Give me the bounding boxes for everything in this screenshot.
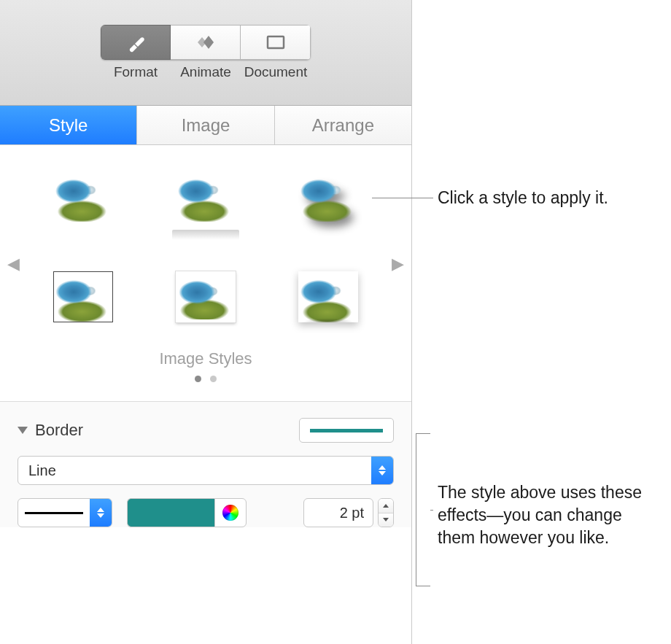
callout-effects: The style above uses these effects—you c… [438, 481, 656, 549]
style-page-dot[interactable] [210, 376, 217, 382]
styles-prev-arrow[interactable]: ◀ [7, 255, 20, 273]
style-page-dot[interactable] [195, 376, 201, 382]
inspector-toolbar: Format Animate Document [0, 0, 411, 106]
image-styles-area: ◀ ▶ Image Styles [0, 145, 411, 389]
border-color-group [127, 498, 247, 527]
border-color-well[interactable] [127, 498, 214, 527]
border-stroke-dropdown[interactable] [18, 498, 112, 527]
color-wheel-icon [222, 505, 238, 521]
border-type-value: Line [18, 462, 371, 479]
border-disclosure[interactable]: Border [18, 421, 83, 440]
stepper-up-button[interactable] [379, 499, 393, 513]
border-section-title: Border [35, 421, 83, 440]
tab-arrange[interactable]: Arrange [275, 106, 411, 144]
border-width-field[interactable] [303, 498, 373, 527]
image-style-thumb[interactable] [295, 163, 362, 230]
image-style-thumb[interactable] [50, 263, 117, 330]
animate-button[interactable] [171, 25, 241, 60]
inspector-segmented-group: Format Animate Document [101, 25, 311, 80]
callout-bracket [416, 433, 430, 586]
diamond-icon [193, 31, 218, 53]
image-style-thumb[interactable] [295, 263, 362, 330]
inspector-panel: Format Animate Document Style Image Arra… [0, 0, 412, 644]
disclosure-triangle-icon [18, 427, 28, 434]
callout-leader-line [372, 198, 433, 198]
border-section: Border Line [0, 401, 411, 527]
tab-image[interactable]: Image [137, 106, 274, 144]
document-label: Document [241, 64, 311, 80]
inspector-tabs: Style Image Arrange [0, 106, 411, 145]
color-picker-button[interactable] [214, 498, 247, 527]
svg-rect-0 [268, 36, 284, 48]
image-style-thumb[interactable] [172, 263, 239, 330]
document-button[interactable] [241, 25, 311, 60]
tab-style[interactable]: Style [0, 106, 137, 144]
rectangle-icon [265, 34, 287, 51]
format-button[interactable] [101, 25, 171, 60]
stepper-arrows-icon [371, 457, 393, 484]
paintbrush-icon [125, 31, 147, 53]
stepper-down-button[interactable] [379, 513, 393, 527]
animate-label: Animate [171, 64, 241, 80]
format-label: Format [101, 64, 171, 80]
border-type-dropdown[interactable]: Line [18, 456, 394, 485]
image-style-thumb[interactable] [50, 163, 117, 230]
styles-next-arrow[interactable]: ▶ [392, 255, 404, 273]
style-page-dots [18, 376, 394, 382]
border-style-preview[interactable] [299, 418, 394, 443]
image-style-thumb[interactable] [172, 163, 239, 230]
border-width-stepper [378, 498, 394, 527]
callout-style-thumb: Click a style to apply it. [438, 187, 608, 209]
image-styles-caption: Image Styles [18, 349, 394, 368]
stepper-arrows-icon [90, 499, 112, 527]
image-style-grid [18, 163, 394, 330]
